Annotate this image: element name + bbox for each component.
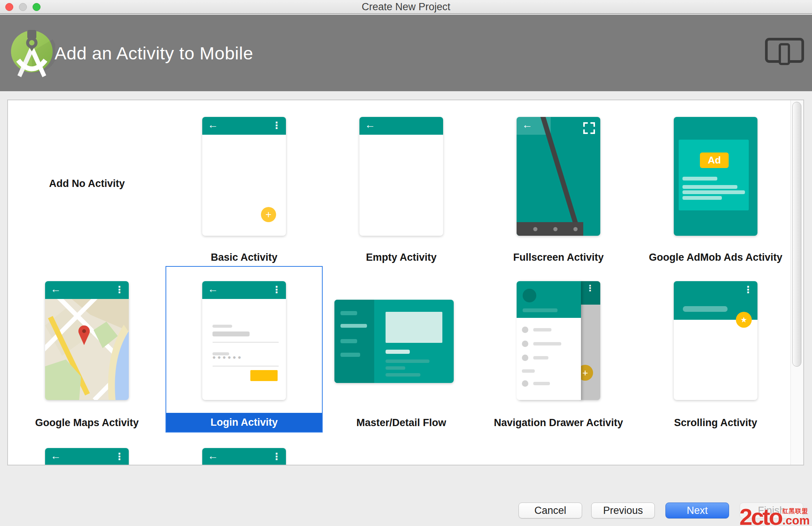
thumb-appbar: ← ⋮ — [202, 281, 286, 299]
overflow-menu-icon: ⋮ — [115, 284, 124, 295]
back-arrow-icon: ← — [50, 283, 61, 295]
watermark-brand: 2cto — [739, 508, 781, 526]
template-card-empty-activity[interactable]: ← — [359, 117, 443, 236]
thumb-appbar: ⋮ — [581, 281, 600, 305]
drawer-header — [517, 281, 581, 318]
back-arrow-icon: ← — [208, 119, 218, 131]
watermark: 2cto 红黑联盟 .com — [739, 507, 810, 526]
template-label-google-maps-activity[interactable]: Google Maps Activity — [8, 416, 166, 429]
template-card-partial-2[interactable]: ← ⋮ — [202, 448, 286, 465]
map-thumbnail — [45, 299, 129, 400]
template-label-fullscreen-activity[interactable]: Fullscreen Activity — [480, 251, 637, 264]
template-card-partial-1[interactable]: ← ⋮ — [45, 448, 129, 465]
thumb-appbar: ← — [359, 117, 443, 135]
fab-plus-icon: + — [261, 207, 276, 222]
page-title: Add an Activity to Mobile — [55, 43, 253, 64]
template-label-admob-activity[interactable]: Google AdMob Ads Activity — [637, 251, 794, 264]
watermark-tld: .com — [782, 515, 810, 526]
template-label-master-detail-flow[interactable]: Master/Detail Flow — [323, 416, 480, 429]
template-label-basic-activity[interactable]: Basic Activity — [166, 251, 323, 264]
template-card-admob-activity[interactable]: Ad — [674, 117, 757, 236]
master-list-panel — [334, 300, 374, 383]
window-title: Create New Project — [0, 0, 812, 14]
back-arrow-icon: ← — [50, 450, 61, 462]
previous-button[interactable]: Previous — [591, 503, 655, 518]
scrollbar-track[interactable] — [790, 100, 803, 465]
template-card-google-maps-activity[interactable]: ← ⋮ — [45, 281, 129, 400]
template-card-navigation-drawer-activity[interactable]: ⋮ + — [517, 281, 600, 400]
template-label-navigation-drawer-activity[interactable]: Navigation Drawer Activity — [480, 416, 637, 429]
template-card-fullscreen-activity[interactable]: ← — [517, 117, 600, 236]
fullscreen-icon — [583, 122, 595, 134]
template-label-login-activity[interactable]: Login Activity — [166, 413, 322, 432]
back-arrow-icon: ← — [365, 119, 375, 131]
overflow-menu-icon: ⋮ — [115, 451, 124, 462]
back-arrow-icon: ← — [208, 283, 218, 295]
overflow-menu-icon: ⋮ — [743, 284, 753, 295]
drawer-panel — [517, 281, 581, 400]
diagonal-stripe — [540, 117, 585, 236]
android-studio-logo-icon — [10, 22, 55, 84]
scrollbar-thumb[interactable] — [792, 102, 801, 367]
template-add-no-activity[interactable]: Add No Activity — [8, 177, 166, 190]
template-grid-panel: Add No Activity ← ⋮ + Basic Activity ← E… — [7, 100, 804, 465]
template-card-login-activity[interactable]: ← ⋮ •••••• — [202, 281, 286, 400]
back-arrow-icon: ← — [208, 450, 218, 462]
detail-image-placeholder — [386, 312, 442, 343]
back-arrow-icon: ← — [522, 119, 532, 131]
wizard-header: Add an Activity to Mobile — [0, 15, 812, 91]
template-label-empty-activity[interactable]: Empty Activity — [323, 251, 480, 264]
password-dots: •••••• — [212, 352, 243, 363]
template-card-basic-activity[interactable]: ← ⋮ + — [202, 117, 286, 236]
overflow-menu-icon: ⋮ — [586, 283, 594, 293]
overflow-menu-icon: ⋮ — [272, 451, 281, 462]
thumb-navbar — [517, 222, 583, 236]
login-button-placeholder — [250, 370, 278, 381]
thumb-appbar: ← ⋮ — [45, 281, 129, 299]
window-titlebar: Create New Project — [0, 0, 812, 14]
template-card-master-detail-flow[interactable] — [334, 300, 454, 383]
phone-icon — [779, 43, 790, 65]
template-label-scrolling-activity[interactable]: Scrolling Activity — [637, 416, 794, 429]
ad-badge: Ad — [700, 153, 729, 168]
fab-star-icon: ★ — [736, 312, 752, 328]
template-card-scrolling-activity[interactable]: ⋮ ★ — [674, 281, 757, 400]
thumb-appbar: ← ⋮ — [202, 117, 286, 135]
avatar — [523, 289, 536, 302]
overflow-menu-icon: ⋮ — [272, 120, 281, 131]
overflow-menu-icon: ⋮ — [272, 284, 281, 295]
selected-template-bar: Login Activity — [166, 413, 322, 432]
next-button[interactable]: Next — [665, 503, 729, 518]
cancel-button[interactable]: Cancel — [518, 503, 582, 518]
